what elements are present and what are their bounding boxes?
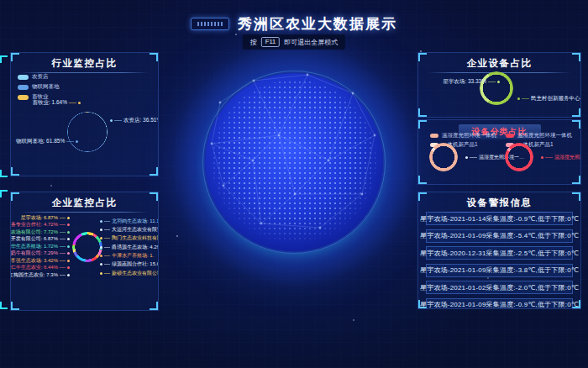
alarm-row: 星宇农场-2021-01-09采集温度:-0.9℃,低于下限:0℃	[426, 298, 573, 310]
chart-label: 民主村创新服务中心:	[517, 95, 581, 103]
dashboard-screen: 秀洲区农业大数据展示 按 F11 即可退出全屏模式 行业监控占比 农资店 物联网…	[0, 0, 588, 368]
header: 秀洲区农业大数据展示	[0, 14, 588, 34]
legend-swatch	[430, 134, 438, 138]
chart-label: 农资店: 36.51%	[110, 117, 159, 124]
industry-donut-chart	[67, 112, 108, 152]
industry-monitor-panel: 行业监控占比 农资店 物联网基地 畜牧业 畜牧业	[10, 52, 159, 176]
globe-dot-map	[212, 80, 376, 244]
device-classification-panel: 设备分类占比 温湿度光照环境一体机 一体机新产品1 温湿度光照环境一…	[417, 119, 581, 185]
chart-label: 陶门生态农业科技有限公	[100, 234, 159, 242]
equipment-ratio-panel: 企业设备占比 星宇农场: 33.33% 民主村创新服务中心:	[417, 52, 581, 118]
enterprise-donut-chart	[72, 232, 102, 262]
panel-title: 企业设备占比	[418, 57, 580, 70]
legend-swatch	[18, 75, 29, 80]
chart-label: 北羽鸽生态农场: 11.16%	[100, 218, 159, 225]
f11-key-badge: F11	[261, 37, 280, 47]
legend-swatch	[18, 85, 29, 90]
device-left-donut-chart	[429, 143, 458, 171]
chart-label: 温湿度光照环境一…	[541, 154, 581, 161]
legend-item: 温湿度光照环境一体机	[430, 132, 496, 139]
equipment-donut-chart	[480, 71, 513, 105]
alarm-row: 星宇农场-2021-01-09采集温度:-3.8℃,低于下限:0℃	[426, 264, 573, 277]
edge-decoration	[0, 55, 8, 63]
alarm-row: 星宇农场-2021-01-02采集温度:-2.0℃,低于下限:0℃	[426, 281, 573, 294]
panel-title: 企业监控占比	[11, 197, 158, 209]
chart-label: 甬琇源生态农场: 4.29%	[100, 244, 159, 251]
title-divider	[20, 212, 149, 213]
chart-label: 畜牧业: 1.64%	[32, 99, 81, 107]
chart-label: 红梅园生态农业: 7.3%	[10, 271, 70, 279]
fullscreen-notice: 按 F11 即可退出全屏模式	[243, 34, 345, 50]
legend-item: 物联网基地	[18, 83, 60, 91]
chart-label: 星宇农场: 33.33%	[443, 78, 500, 86]
alarm-list: 星宇农场-2021-01-14采集温度:-0.9℃,低于下限:0℃ 星宇农场-2…	[426, 212, 573, 309]
device-alarm-panel: 设备警报信息 星宇农场-2021-01-14采集温度:-0.9℃,低于下限:0℃…	[417, 192, 581, 309]
panel-title: 设备警报信息	[418, 197, 580, 209]
edge-decoration	[0, 302, 8, 309]
chart-label: 仁丰生态农业: 6.44%	[11, 264, 70, 271]
chart-label: 物联网基地: 61.85%	[16, 138, 78, 145]
legend-swatch	[506, 134, 514, 138]
edge-decoration	[0, 190, 8, 197]
chart-label: 国开发有限公司: 6.87%	[10, 235, 70, 243]
chart-label: 中奶牛有限公司: 7.29%	[10, 250, 70, 257]
notice-prefix: 按	[250, 38, 257, 47]
device-right-donut-chart	[505, 143, 533, 171]
chart-label: 科润服务专业合作社: 4.72%	[10, 221, 70, 229]
alarm-row: 星宇农场-2021-01-14采集温度:-0.9℃,低于下限:0℃	[426, 212, 573, 225]
notice-suffix: 即可退出全屏模式	[284, 38, 338, 47]
chart-label: 大运河生态农业有限责任公	[100, 226, 159, 234]
logo-badge	[191, 18, 229, 30]
chart-label: 新硕生态农业有限公司: 6.87%	[100, 270, 159, 277]
legend-swatch	[18, 95, 29, 100]
enterprise-monitor-panel: 企业监控占比 星宇农场: 6.87% 科润服务专业合作社: 4.72% 家庭农场…	[10, 192, 159, 311]
page-title: 秀洲区农业大数据展示	[238, 14, 397, 34]
legend-item: 温湿度光照环境一体机	[506, 132, 572, 139]
edge-decoration	[0, 170, 8, 177]
legend-item: 农资店	[18, 73, 60, 81]
chart-label: 绿源蔬园合作社: 15.02%	[100, 260, 159, 268]
alarm-row: 星宇农场-2020-12-31采集温度:-2.5℃,低于下限:0℃	[426, 246, 573, 260]
chart-label: 丰潭水产养殖场: 1.	[100, 252, 154, 260]
panel-title: 行业监控占比	[11, 57, 158, 70]
alarm-row: 星宇农场-2021-01-09采集温度:-5.4℃,低于下限:0℃	[426, 229, 573, 243]
globe-visualization	[205, 73, 383, 251]
